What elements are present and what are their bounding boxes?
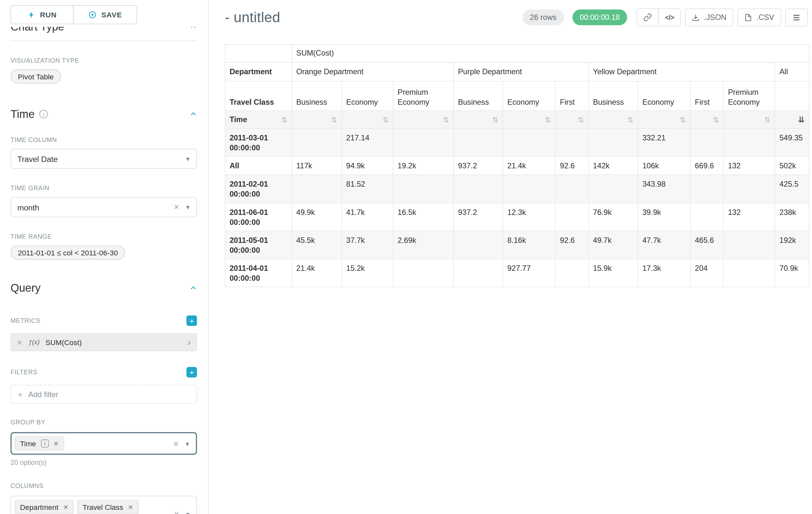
sort-icon[interactable]: ⇅ <box>713 115 719 124</box>
view-query-button[interactable]: </> <box>658 8 681 26</box>
clear-icon[interactable]: ✕ <box>174 511 179 514</box>
pivot-cell: 927.77 <box>503 259 556 287</box>
query-timer-badge: 00:00:00.18 <box>572 9 627 25</box>
chart-type-section-clipped: Chart Type <box>10 27 197 36</box>
run-save-button-group: RUN SAVE <box>10 5 197 24</box>
pivot-cell: 106k <box>638 157 691 175</box>
time-column-select[interactable]: Travel Date ▾ <box>10 149 197 169</box>
pivot-cell: 76.9k <box>589 203 638 231</box>
chevron-up-icon[interactable] <box>190 27 197 30</box>
remove-tag-icon[interactable]: ✕ <box>63 504 68 511</box>
pivot-row-label: 2011-04-01 00:00:00 <box>225 259 292 287</box>
pivot-sort-column-header[interactable]: ⇅ <box>589 110 638 129</box>
caret-down-icon[interactable]: ▾ <box>186 511 190 514</box>
pivot-group-header: Orange Department <box>292 62 454 81</box>
sort-icon[interactable]: ⇅ <box>492 115 498 124</box>
add-filter-label: Add filter <box>28 390 58 398</box>
pivot-sort-column-header[interactable]: ⇅ <box>342 110 393 129</box>
pivot-group-header: Purple Department <box>454 62 589 81</box>
pivot-cell: 17.3k <box>638 259 691 287</box>
columns-tag[interactable]: Travel Class ✕ <box>77 500 138 514</box>
group-by-options-hint: 20 option(s) <box>10 458 197 466</box>
sort-icon[interactable]: ⇅ <box>764 115 771 124</box>
pivot-sort-column-header[interactable]: ⇅ <box>454 110 503 129</box>
time-grain-select[interactable]: month ✕ ▾ <box>10 197 197 217</box>
pivot-cell <box>454 129 503 157</box>
export-json-button[interactable]: .JSON <box>685 8 733 26</box>
time-range-pill[interactable]: 2011-01-01 ≤ col < 2011-06-30 <box>10 245 125 260</box>
sort-icon[interactable]: ⇅ <box>281 115 287 124</box>
group-by-tag[interactable]: Time i ✕ <box>15 436 64 451</box>
chart-title[interactable]: - untitled <box>225 9 280 26</box>
pivot-cell <box>454 231 503 259</box>
info-icon[interactable]: i <box>41 439 49 448</box>
sort-icon[interactable]: ⇅ <box>443 115 449 124</box>
sort-icon[interactable]: ⇅ <box>383 115 389 124</box>
pivot-sort-column-header[interactable]: ⇅ <box>393 110 454 129</box>
pivot-cell <box>503 175 556 203</box>
save-button[interactable]: SAVE <box>73 5 137 24</box>
pivot-sort-column-header[interactable]: ⇊ <box>775 110 809 129</box>
query-section-header: Query <box>10 282 197 294</box>
pivot-sort-column-header[interactable]: ⇅ <box>292 110 342 129</box>
pivot-cell: 92.6 <box>556 231 589 259</box>
add-filter-plus-button[interactable]: + <box>186 367 197 377</box>
remove-metric-icon[interactable]: ✕ <box>17 339 23 346</box>
clear-icon[interactable]: ✕ <box>173 440 179 447</box>
add-filter-button[interactable]: + Add filter <box>10 385 197 404</box>
sort-icon[interactable]: ⇅ <box>545 115 551 124</box>
add-metric-button[interactable]: + <box>186 316 197 326</box>
pivot-column-header: Business <box>454 81 503 111</box>
pivot-sort-column-header[interactable]: ⇅ <box>723 110 775 129</box>
pivot-sort-column-header[interactable]: ⇅ <box>690 110 723 129</box>
remove-tag-icon[interactable]: ✕ <box>128 504 133 511</box>
pivot-metric-header: SUM(Cost) <box>292 44 809 62</box>
pivot-row-label: 2011-03-01 00:00:00 <box>225 129 292 157</box>
group-by-select[interactable]: Time i ✕ ✕ ▾ <box>10 432 197 455</box>
pivot-cell: 8.16k <box>503 231 556 259</box>
pivot-column-header: First <box>690 81 723 111</box>
metric-item[interactable]: ✕ ƒ(x) SUM(Cost) › <box>10 333 197 351</box>
export-csv-button[interactable]: .CSV <box>737 8 781 26</box>
sort-icon[interactable]: ⇅ <box>331 115 337 124</box>
pivot-cell <box>393 175 454 203</box>
caret-down-icon[interactable]: ▾ <box>185 440 189 447</box>
time-column-label: TIME COLUMN <box>10 136 197 143</box>
sort-icon[interactable]: ⇅ <box>578 115 584 124</box>
pivot-cell: 70.9k <box>775 259 809 287</box>
sort-icon[interactable]: ⇅ <box>627 115 633 124</box>
pivot-sort-column-header[interactable]: ⇅ <box>503 110 556 129</box>
time-grain-value: month <box>17 203 39 212</box>
clear-icon[interactable]: ✕ <box>174 204 179 210</box>
info-icon[interactable]: i <box>39 110 48 118</box>
menu-button[interactable] <box>785 8 808 26</box>
pivot-cell <box>723 175 775 203</box>
pivot-sort-column-header[interactable]: ⇅ <box>556 110 589 129</box>
pivot-sort-time-header[interactable]: Time⇅ <box>225 110 292 129</box>
chart-toolbar: 26 rows 00:00:00.18 </> <box>522 8 808 26</box>
run-button-label: RUN <box>40 10 57 19</box>
chevron-up-icon[interactable] <box>190 110 197 118</box>
columns-tag[interactable]: Department ✕ <box>15 500 74 514</box>
chart-type-section-header[interactable]: Chart Type <box>10 27 197 33</box>
explore-view: RUN SAVE Chart Type VISUALIZATION TYPE P… <box>0 0 812 514</box>
download-icon <box>692 13 700 22</box>
pivot-cell: 19.2k <box>393 157 454 175</box>
chevron-up-icon[interactable] <box>190 284 197 292</box>
copy-link-button[interactable] <box>637 8 659 26</box>
remove-tag-icon[interactable]: ✕ <box>53 440 58 447</box>
time-range-label: TIME RANGE <box>10 233 197 240</box>
pivot-cell <box>723 231 775 259</box>
chart-container: - untitled 26 rows 00:00:00.18 </> <box>209 0 812 514</box>
sort-desc-icon[interactable]: ⇊ <box>798 114 805 125</box>
visualization-type-pill[interactable]: Pivot Table <box>10 70 61 83</box>
pivot-row-label: 2011-06-01 00:00:00 <box>225 203 292 231</box>
metrics-header-row: METRICS + <box>10 316 197 326</box>
caret-down-icon[interactable]: ▾ <box>186 156 190 162</box>
columns-select[interactable]: Department ✕ Travel Class ✕ ✕ ▾ <box>10 496 197 514</box>
time-section-header: Time i <box>10 108 197 120</box>
caret-down-icon[interactable]: ▾ <box>186 204 190 210</box>
sort-icon[interactable]: ⇅ <box>680 115 686 124</box>
run-button[interactable]: RUN <box>10 5 74 24</box>
pivot-sort-column-header[interactable]: ⇅ <box>638 110 691 129</box>
